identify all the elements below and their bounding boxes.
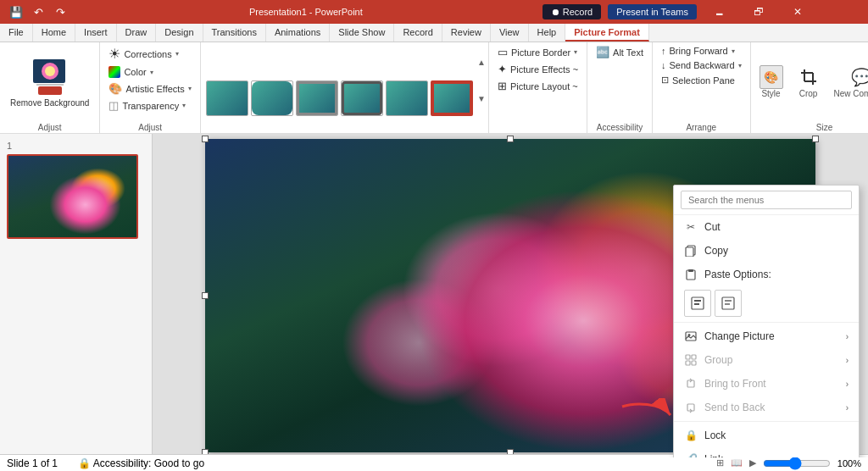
menu-record[interactable]: Record: [394, 24, 442, 42]
group-icon: [684, 353, 698, 367]
ctx-change-picture[interactable]: Change Picture ›: [674, 324, 859, 348]
menu-review[interactable]: Review: [442, 24, 491, 42]
record-button[interactable]: ⏺ Record: [542, 4, 602, 19]
style-6-selected[interactable]: [431, 80, 473, 116]
redo-button[interactable]: ↷: [51, 3, 70, 21]
corrections-label: Corrections: [124, 49, 171, 59]
ctx-group-label: Group: [704, 354, 732, 366]
crop-button[interactable]: Crop: [793, 62, 824, 102]
menu-picture-format[interactable]: Picture Format: [565, 24, 649, 42]
style-crop-content: 🎨 Style Crop 💬: [756, 44, 869, 119]
slide-thumbnail[interactable]: [7, 154, 138, 239]
style-5[interactable]: [386, 80, 428, 116]
maximize-button[interactable]: 🗗: [739, 0, 778, 24]
present-button[interactable]: Present in Teams: [608, 4, 697, 19]
menu-help[interactable]: Help: [529, 24, 566, 42]
menu-animations[interactable]: Animations: [266, 24, 330, 42]
accessibility-group: 🔤 Alt Text Accessibility: [587, 42, 653, 133]
picture-format-group: ▭ Picture Border ▾ ✦ Picture Effects ~ ⊞…: [489, 42, 587, 133]
bring-forward-button[interactable]: ↑ Bring Forward ▾: [658, 44, 738, 58]
paste-merge-formatting[interactable]: [715, 290, 742, 317]
send-back-icon: [684, 401, 698, 414]
context-menu-search-input[interactable]: [681, 191, 852, 209]
ctx-group: Group ›: [674, 348, 859, 372]
save-button[interactable]: 💾: [7, 3, 25, 21]
new-comment-label: New Comment: [834, 89, 869, 98]
style-4[interactable]: [341, 80, 383, 116]
menu-home[interactable]: Home: [33, 24, 75, 42]
style-3[interactable]: [296, 80, 338, 116]
bring-forward-icon: ↑: [661, 46, 666, 56]
corrections-button[interactable]: ☀ Corrections ▾: [105, 44, 181, 64]
style-2[interactable]: [251, 80, 293, 116]
alt-text-button[interactable]: 🔤 Alt Text: [593, 44, 647, 60]
minimize-button[interactable]: 🗕: [700, 0, 739, 24]
ctx-lock[interactable]: 🔒 Lock: [674, 424, 859, 447]
style-button[interactable]: 🎨 Style: [756, 62, 787, 102]
artistic-dropdown[interactable]: ▾: [188, 85, 192, 92]
ctx-link[interactable]: 🔗 Link ›: [674, 447, 859, 457]
handle-ml[interactable]: [202, 292, 209, 299]
menu-design[interactable]: Design: [156, 24, 203, 42]
remove-background-icon: [31, 54, 69, 98]
color-button[interactable]: Color ▾: [105, 64, 156, 80]
send-backward-label: Send Backward: [669, 60, 734, 70]
new-comment-icon: 💬: [850, 65, 868, 89]
zoom-slider[interactable]: [763, 457, 831, 470]
menu-view[interactable]: View: [491, 24, 529, 42]
picture-effects-button[interactable]: ✦ Picture Effects ~: [494, 61, 581, 77]
lock-icon: 🔒: [684, 429, 698, 442]
menu-insert[interactable]: Insert: [75, 24, 117, 42]
handle-tr[interactable]: [812, 136, 819, 142]
picture-layout-button[interactable]: ⊞ Picture Layout ~: [494, 78, 581, 94]
window-controls: 🗕 🗗 ✕: [700, 0, 817, 24]
artistic-effects-button[interactable]: 🎨 Artistic Effects ▾: [105, 80, 194, 97]
bring-forward-label: Bring Forward: [669, 46, 727, 56]
handle-tm[interactable]: [507, 136, 514, 142]
menu-draw[interactable]: Draw: [117, 24, 157, 42]
slide-panel: 1: [0, 134, 153, 457]
menu-file[interactable]: File: [0, 24, 33, 42]
ctx-copy[interactable]: Copy: [674, 239, 859, 263]
svg-rect-15: [694, 303, 699, 305]
styles-scroll-up[interactable]: ▲: [476, 44, 487, 80]
normal-view-icon[interactable]: ⊞: [716, 457, 724, 468]
reading-view-icon[interactable]: 📖: [731, 457, 743, 468]
transparency-button[interactable]: ◫ Transparency ▾: [105, 97, 189, 114]
slideshow-view-icon[interactable]: ▶: [749, 457, 756, 468]
close-button[interactable]: ✕: [778, 0, 817, 24]
undo-button[interactable]: ↶: [29, 3, 47, 21]
menu-slideshow[interactable]: Slide Show: [330, 24, 394, 42]
corrections-dropdown[interactable]: ▾: [175, 50, 179, 58]
main-content: 1: [0, 134, 868, 457]
bring-front-icon: [684, 377, 698, 391]
corrections-row: ☀ Corrections ▾: [105, 44, 181, 64]
paste-keep-source[interactable]: [684, 290, 711, 317]
new-comment-button[interactable]: 💬 New Comment: [831, 62, 869, 102]
adjust-label: Adjust: [105, 120, 194, 133]
picture-format-label: [494, 130, 581, 133]
style-1[interactable]: [206, 80, 248, 116]
picture-format-controls: ▭ Picture Border ▾ ✦ Picture Effects ~ ⊞…: [494, 44, 581, 128]
ctx-paste-header: Paste Options:: [674, 263, 859, 286]
menu-transitions[interactable]: Transitions: [203, 24, 266, 42]
transparency-icon: ◫: [108, 99, 119, 112]
selection-pane-icon: ⊡: [661, 75, 669, 86]
ctx-copy-label: Copy: [704, 245, 728, 257]
ctx-cut[interactable]: ✂ Cut: [674, 215, 859, 239]
picture-layout-label: Picture Layout ~: [510, 81, 578, 91]
handle-tl[interactable]: [202, 136, 209, 142]
picture-effects-label: Picture Effects ~: [510, 64, 578, 75]
picture-effects-icon: ✦: [498, 63, 507, 75]
color-dropdown[interactable]: ▾: [150, 69, 153, 76]
styles-scroll-down[interactable]: ▼: [476, 80, 487, 116]
slide-count: Slide 1 of 1: [7, 457, 58, 469]
picture-border-label: Picture Border: [511, 47, 570, 58]
transparency-dropdown[interactable]: ▾: [182, 102, 186, 109]
send-backward-button[interactable]: ↓ Send Backward ▾: [658, 58, 745, 72]
svg-rect-14: [694, 300, 701, 302]
remove-background-button[interactable]: Remove Background: [5, 47, 94, 115]
picture-border-button[interactable]: ▭ Picture Border ▾: [494, 44, 581, 60]
selection-pane-button[interactable]: ⊡ Selection Pane: [658, 73, 738, 87]
svg-rect-3: [38, 86, 62, 95]
